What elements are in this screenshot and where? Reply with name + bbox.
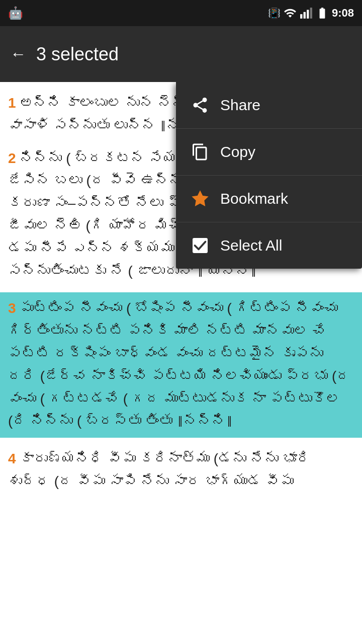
top-bar: ← 3 selected <box>0 26 362 82</box>
battery-icon <box>316 7 329 20</box>
content-area: 1 అన్ని కాలంబుల నున నెన్న (దరంబమో కన్న వ… <box>0 82 362 644</box>
menu-item-share[interactable]: Share <box>176 82 362 129</box>
verse-4-text: కారుణ్యనిధి వీపు కరినాత్ము (డను నేను భూర… <box>8 451 311 489</box>
verse-3-text: పుట్టింప నీవంచు ( బోషింప నీవంచు ( గిట్టి… <box>8 300 350 429</box>
verse-3: 3 పుట్టింప నీవంచు ( బోషింప నీవంచు ( గిట్… <box>0 292 362 438</box>
svg-marker-4 <box>193 191 208 206</box>
verse-2-num: 2 <box>8 150 16 166</box>
menu-item-copy[interactable]: Copy <box>176 129 362 176</box>
menu-item-select-all[interactable]: Select All <box>176 222 362 269</box>
verse-3-num: 3 <box>8 300 16 316</box>
select-all-label: Select All <box>220 237 282 254</box>
svg-rect-1 <box>304 12 306 19</box>
copy-icon <box>190 142 210 162</box>
svg-rect-3 <box>310 8 312 19</box>
svg-rect-2 <box>307 10 309 19</box>
status-bar-left: 🤖 <box>8 6 23 20</box>
signal-icon <box>300 7 313 20</box>
share-label: Share <box>220 97 260 114</box>
share-icon <box>190 95 210 115</box>
verse-1-num: 1 <box>8 95 16 111</box>
selected-count-label: 3 selected <box>36 44 119 65</box>
back-button[interactable]: ← <box>10 45 26 63</box>
select-all-icon <box>190 235 210 256</box>
status-bar-icons: 📳 9:08 <box>268 7 354 20</box>
wifi-icon <box>284 7 297 20</box>
verse-4-num: 4 <box>8 451 16 466</box>
status-bar: 🤖 📳 9:08 <box>0 0 362 26</box>
copy-label: Copy <box>220 143 255 160</box>
status-time: 9:08 <box>332 7 354 20</box>
verse-4: 4 కారుణ్యనిధి వీపు కరినాత్ము (డను నేను భ… <box>8 448 354 493</box>
vibrate-icon: 📳 <box>268 7 281 19</box>
bookmark-label: Bookmark <box>220 190 288 207</box>
bookmark-icon <box>190 189 210 209</box>
android-icon: 🤖 <box>8 6 23 20</box>
menu-item-bookmark[interactable]: Bookmark <box>176 176 362 222</box>
svg-rect-0 <box>300 14 302 19</box>
context-menu: Share Copy Bookmark <box>176 82 362 269</box>
